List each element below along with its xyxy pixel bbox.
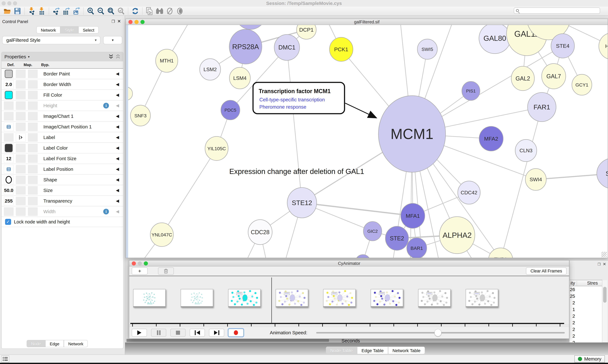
window-zoom-light[interactable] xyxy=(144,261,148,265)
window-close-light[interactable] xyxy=(128,20,133,24)
mapping-cell[interactable] xyxy=(16,144,26,152)
mapping-cell[interactable] xyxy=(16,165,26,173)
import-table-button[interactable] xyxy=(37,7,47,15)
bypass-cell[interactable] xyxy=(28,165,38,173)
frame-thumbnail[interactable] xyxy=(133,289,166,307)
mapping-cell[interactable] xyxy=(16,197,26,205)
property-row[interactable]: Border Paint◀ xyxy=(1,69,123,79)
close-panel-icon[interactable]: ✕ xyxy=(603,262,606,266)
network-window-titlebar[interactable]: galFiltered.sif xyxy=(126,19,608,25)
default-value-cell[interactable] xyxy=(4,165,14,173)
network-node[interactable]: SWI5 xyxy=(417,39,437,59)
network-node[interactable]: RPS28A xyxy=(229,29,262,64)
network-node[interactable]: SLT2 xyxy=(597,158,608,189)
network-node[interactable]: STE2 xyxy=(385,226,409,250)
skip-to-end-button[interactable] xyxy=(209,329,224,337)
network-node[interactable] xyxy=(236,25,265,29)
zoom-fit-button[interactable] xyxy=(106,7,116,15)
property-row[interactable]: 2.0Border Width◀ xyxy=(1,79,123,90)
lock-size-checkbox[interactable]: ✓ xyxy=(5,219,11,225)
mapping-cell[interactable] xyxy=(16,123,26,131)
default-value-cell[interactable] xyxy=(4,112,14,120)
expand-row-icon[interactable]: ◀ xyxy=(116,156,119,161)
default-value-cell[interactable] xyxy=(4,133,14,142)
app-close-light[interactable] xyxy=(1,1,6,5)
table-row[interactable]: 2 xyxy=(570,313,602,319)
frame-thumbnail[interactable] xyxy=(276,289,308,307)
canvas-caption-text[interactable]: Expression change after deletion of GAL1 xyxy=(229,167,364,176)
network-node[interactable]: TUP1 xyxy=(489,248,513,258)
property-row[interactable]: Widthi◀ xyxy=(1,206,123,217)
mapping-cell[interactable] xyxy=(16,154,26,163)
network-node[interactable]: MFA2 xyxy=(479,126,503,151)
mapping-cell[interactable] xyxy=(16,207,26,216)
cyanimator-titlebar[interactable]: CyAnimator xyxy=(129,260,569,266)
bypass-cell[interactable] xyxy=(28,91,38,99)
network-node[interactable]: CLN3 xyxy=(515,140,537,162)
network-node[interactable]: CDC42 xyxy=(458,181,480,204)
tab-node-table[interactable]: Node Table xyxy=(326,347,357,354)
table-row[interactable]: 25 xyxy=(570,293,602,299)
app-minimize-light[interactable] xyxy=(7,1,11,5)
table-row[interactable]: 2 xyxy=(570,326,602,333)
tab-node-style[interactable]: Node xyxy=(27,340,45,347)
default-value-cell[interactable]: 255 xyxy=(4,197,14,205)
bypass-cell[interactable] xyxy=(28,154,38,163)
tab-edge-style[interactable]: Edge xyxy=(45,340,64,347)
float-panel-icon[interactable]: ❐ xyxy=(111,19,115,24)
search-box[interactable] xyxy=(514,7,600,14)
add-frame-button[interactable]: + xyxy=(132,267,148,275)
table-row[interactable]: 2 xyxy=(570,333,602,339)
default-value-cell[interactable] xyxy=(4,70,14,78)
expand-row-icon[interactable]: ◀ xyxy=(116,167,119,171)
network-edge[interactable] xyxy=(287,47,302,203)
show-panels-button[interactable] xyxy=(1,355,9,363)
table-row[interactable]: 2 xyxy=(570,299,602,306)
column-separator[interactable] xyxy=(577,281,577,286)
annotation-link[interactable]: Cell-type-specific transcription xyxy=(259,97,325,103)
mapping-cell[interactable] xyxy=(16,176,26,184)
style-options-button[interactable]: ▾ xyxy=(103,36,122,44)
table-row[interactable]: 2 xyxy=(570,319,602,326)
mapping-cell[interactable] xyxy=(16,186,26,195)
bypass-cell[interactable] xyxy=(28,197,38,205)
skip-to-start-button[interactable] xyxy=(190,329,205,337)
network-node[interactable]: DCP1 xyxy=(297,25,316,39)
default-value-cell[interactable] xyxy=(4,144,14,152)
expand-row-icon[interactable]: ◀ xyxy=(116,135,119,140)
slider-thumb[interactable] xyxy=(434,329,442,336)
collapse-all-icon[interactable] xyxy=(109,54,113,59)
zoom-selected-button[interactable] xyxy=(116,7,126,15)
expand-row-icon[interactable]: ◀ xyxy=(116,188,119,193)
network-node[interactable]: PCK1 xyxy=(330,37,353,61)
network-node[interactable]: GAL2 xyxy=(511,66,534,91)
info-icon[interactable]: i xyxy=(103,209,109,214)
network-node[interactable]: GCY1 xyxy=(572,74,592,95)
frame-thumbnail[interactable] xyxy=(418,289,451,307)
table-row[interactable]: 1 xyxy=(570,306,602,313)
info-icon[interactable]: i xyxy=(103,103,109,108)
expand-row-icon[interactable]: ◀ xyxy=(116,114,119,118)
animation-speed-slider[interactable] xyxy=(316,329,565,337)
scrollbar-thumb[interactable] xyxy=(603,287,607,303)
frame-thumbnail[interactable] xyxy=(323,289,356,307)
bypass-cell[interactable] xyxy=(28,207,38,216)
save-session-button[interactable] xyxy=(12,7,23,15)
property-row[interactable]: 255Transparency◀ xyxy=(1,196,123,206)
network-node[interactable]: LSM4 xyxy=(229,67,250,89)
network-node[interactable]: SWI4 xyxy=(525,169,546,190)
properties-header[interactable]: Properties ▾ xyxy=(1,52,123,61)
float-panel-icon[interactable]: ❐ xyxy=(597,262,601,266)
zoom-out-button[interactable] xyxy=(96,7,106,15)
expand-row-icon[interactable]: ◀ xyxy=(116,71,119,76)
expand-row-icon[interactable]: ◀ xyxy=(116,92,119,97)
expand-row-icon[interactable]: ◀ xyxy=(116,124,119,129)
window-minimize-light[interactable] xyxy=(134,20,138,24)
app-zoom-light[interactable] xyxy=(13,1,17,5)
network-node[interactable]: LSM2 xyxy=(200,59,221,80)
expand-all-icon[interactable] xyxy=(116,54,120,59)
default-value-cell[interactable]: 50.0 xyxy=(4,186,14,195)
window-resize-grip[interactable] xyxy=(601,252,607,257)
delete-frame-button[interactable] xyxy=(158,267,174,275)
property-row[interactable]: Image/Chart 1◀ xyxy=(1,111,123,122)
